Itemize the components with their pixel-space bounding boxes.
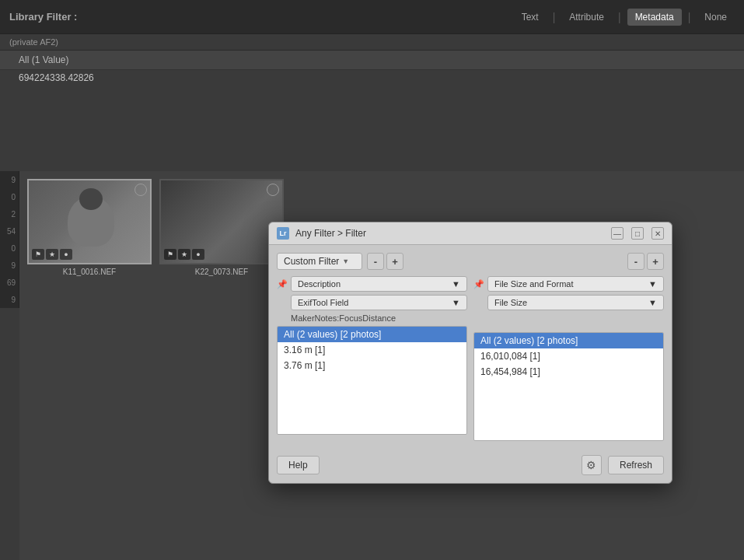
meta-value-1[interactable]: 694224338.42826 [0,70,744,86]
lr-app-icon: Lr [277,227,289,240]
filter-add-remove-right: - + [627,253,664,270]
right-list-box[interactable]: All (2 values) [2 photos] 16,010,084 [1]… [473,332,664,441]
top-bar: Library Filter : Text | Attribute | Meta… [0,0,744,34]
num-0b: 0 [0,240,19,257]
thumb-icon-star-1: ★ [178,249,190,260]
any-filter-dialog: Lr Any Filter > Filter — □ ✕ Custom Filt… [268,222,672,484]
thumb-icons-1: ⚑ ★ ● [164,249,204,260]
left-sub-field: ExifTool Field ▼ [291,295,467,310]
maximize-button[interactable]: □ [631,227,644,240]
right-sub-arrow: ▼ [648,298,657,307]
remove-filter-btn-left[interactable]: - [367,253,384,270]
list-item[interactable]: 3.76 m [1] [278,358,466,373]
meta-all-values[interactable]: All (1 Value) [0,51,744,70]
right-field-label: File Size and Format [494,279,573,289]
left-sub-dropdown[interactable]: ExifTool Field ▼ [291,295,467,310]
left-sub-field2-text: MakerNotes:FocusDistance [291,313,396,323]
dialog-title: Any Filter > Filter [295,228,603,239]
left-list-box[interactable]: All (2 values) [2 photos] 3.16 m [1] 3.7… [277,326,467,435]
bird1-head [79,188,103,210]
filter-tabs: Text | Attribute | Metadata | None [514,9,735,26]
thumb-corner-badge-1 [267,184,279,196]
thumbnail-card-1[interactable]: ⚑ ★ ● K22_0073.NEF [159,179,284,276]
thumbnail-label-0: K11_0016.NEF [63,268,116,276]
num-69: 69 [0,274,19,291]
left-field-selector: 📌 Description ▼ [277,276,467,292]
tab-attribute[interactable]: Attribute [561,9,612,26]
left-numbers: 9 0 2 54 0 9 69 9 [0,171,19,308]
custom-filter-arrow: ▼ [342,257,349,265]
thumbnail-label-1: K22_0073.NEF [195,268,248,276]
close-button[interactable]: ✕ [651,227,664,240]
add-filter-btn-right[interactable]: + [647,253,664,270]
list-item[interactable]: All (2 values) [2 photos] [474,333,663,348]
thumbnail-card-0[interactable]: ⚑ ★ ● K11_0016.NEF [27,179,152,276]
left-pin-icon[interactable]: 📌 [277,278,288,289]
right-field-dropdown[interactable]: File Size and Format ▼ [487,276,664,292]
left-sub-field2: MakerNotes:FocusDistance [291,313,467,323]
add-filter-btn-left[interactable]: + [386,253,403,270]
thumb-corner-badge-0 [134,184,147,196]
thumbnail-image-1[interactable]: ⚑ ★ ● [159,179,284,264]
left-field-arrow: ▼ [452,279,460,289]
left-sub-label: ExifTool Field [298,298,348,307]
num-9c: 9 [0,291,19,308]
custom-filter-dropdown[interactable]: Custom Filter ▼ [277,253,362,270]
thumb-icon-color: ● [60,249,72,260]
filter-add-remove-left: - + [367,253,403,270]
right-sub-dropdown[interactable]: File Size ▼ [487,295,664,310]
left-field-label: Description [298,279,341,289]
settings-button[interactable]: ⚙ [582,455,602,475]
tab-text[interactable]: Text [514,9,547,26]
private-row: (private AF2) [0,34,744,51]
dialog-body: Custom Filter ▼ - + - + 📌 Description [269,245,672,449]
right-pin-icon[interactable]: 📌 [473,278,484,289]
filter-col-left: 📌 Description ▼ ExifTool Field ▼ MakerNo… [277,276,467,441]
num-2: 2 [0,205,19,222]
library-filter-title: Library Filter : [9,11,77,23]
settings-gear-icon: ⚙ [586,459,596,471]
remove-filter-btn-right[interactable]: - [627,253,644,270]
right-field-arrow: ▼ [648,279,657,289]
thumb-icon-color-1: ● [192,249,204,260]
thumb-icon-flag: ⚑ [32,249,44,260]
private-label: (private AF2) [9,37,58,47]
list-item[interactable]: 3.16 m [1] [278,342,466,358]
list-item[interactable]: 16,010,084 [1] [474,348,663,364]
list-item[interactable]: All (2 values) [2 photos] [278,327,466,342]
thumb-icon-star: ★ [46,249,58,260]
bottom-right-area: ⚙ Refresh [582,455,664,475]
right-sub-label: File Size [494,298,527,307]
help-button[interactable]: Help [277,456,320,474]
thumbnail-image-0[interactable]: ⚑ ★ ● [27,179,152,264]
filter-columns: 📌 Description ▼ ExifTool Field ▼ MakerNo… [277,276,664,441]
list-item[interactable]: 16,454,984 [1] [474,364,663,380]
num-0: 0 [0,188,19,205]
dialog-titlebar: Lr Any Filter > Filter — □ ✕ [269,222,672,245]
left-sub-arrow: ▼ [452,298,460,307]
filter-selector-row: Custom Filter ▼ - + - + [277,253,664,270]
right-field-selector: 📌 File Size and Format ▼ [473,276,664,292]
thumb-icon-flag-1: ⚑ [164,249,176,260]
tab-metadata[interactable]: Metadata [627,9,682,26]
num-9: 9 [0,171,19,188]
thumb-icons-0: ⚑ ★ ● [32,249,72,260]
tab-none[interactable]: None [697,9,735,26]
minimize-button[interactable]: — [611,227,623,240]
refresh-button[interactable]: Refresh [608,456,664,474]
dialog-bottom-bar: Help ⚙ Refresh [269,449,672,483]
left-field-dropdown[interactable]: Description ▼ [291,276,467,292]
right-sub-field: File Size ▼ [487,295,664,310]
num-54: 54 [0,222,19,240]
filter-col-right: 📌 File Size and Format ▼ File Size ▼ All… [473,276,664,441]
custom-filter-label: Custom Filter [284,256,339,267]
num-9b: 9 [0,257,19,274]
